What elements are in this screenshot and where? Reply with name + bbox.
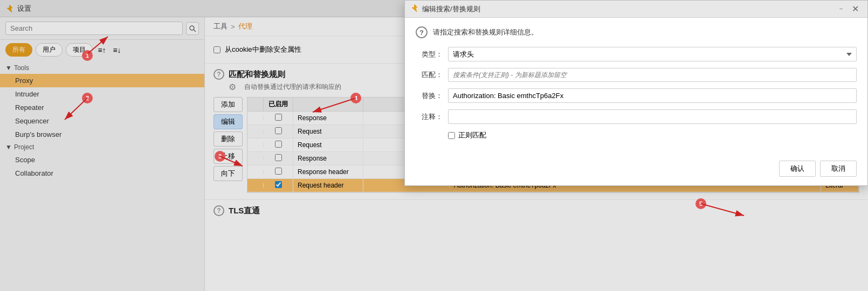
replace-input[interactable] (448, 88, 857, 103)
comment-label: 注释： (416, 112, 443, 122)
replace-row: 替换： (416, 88, 857, 103)
modal-description-row: ? 请指定搜索和替换规则详细信息。 (416, 26, 857, 38)
regex-checkbox-label: 正则匹配 (448, 130, 486, 140)
match-row: 匹配： (416, 68, 857, 82)
svg-marker-3 (412, 4, 417, 12)
regex-row: 正则匹配 (416, 130, 857, 140)
edit-rule-modal: 编辑搜索/替换规则 － ✕ ? 请指定搜索和替换规则详细信息。 类型： (404, 0, 868, 186)
modal-close-button[interactable]: ✕ (849, 3, 862, 15)
replace-label: 替换： (416, 91, 443, 101)
modal-description: 请指定搜索和替换规则详细信息。 (433, 27, 538, 37)
regex-checkbox[interactable] (448, 132, 455, 139)
type-label: 类型： (416, 50, 443, 59)
type-select[interactable]: 请求头 (448, 47, 857, 61)
confirm-button[interactable]: 确认 (779, 161, 816, 177)
modal-controls: － ✕ (838, 3, 862, 15)
match-label: 匹配： (416, 70, 443, 80)
modal-overlay: 编辑搜索/替换规则 － ✕ ? 请指定搜索和替换规则详细信息。 类型： (0, 0, 868, 291)
modal-footer: 确认 取消 (405, 155, 867, 185)
comment-input[interactable] (448, 109, 857, 124)
match-input[interactable] (448, 68, 857, 82)
regex-label-text: 正则匹配 (458, 130, 486, 140)
type-row: 类型： 请求头 (416, 47, 857, 61)
modal-body: ? 请指定搜索和替换规则详细信息。 类型： 请求头 匹配： 替 (405, 18, 867, 155)
modal-titlebar: 编辑搜索/替换规则 － ✕ (405, 1, 867, 18)
minimize-icon[interactable]: － (838, 4, 844, 13)
modal-icon (410, 4, 419, 14)
info-icon: ? (416, 26, 428, 38)
comment-row: 注释： (416, 109, 857, 124)
cancel-button[interactable]: 取消 (820, 161, 857, 177)
modal-title: 编辑搜索/替换规则 (422, 4, 480, 14)
